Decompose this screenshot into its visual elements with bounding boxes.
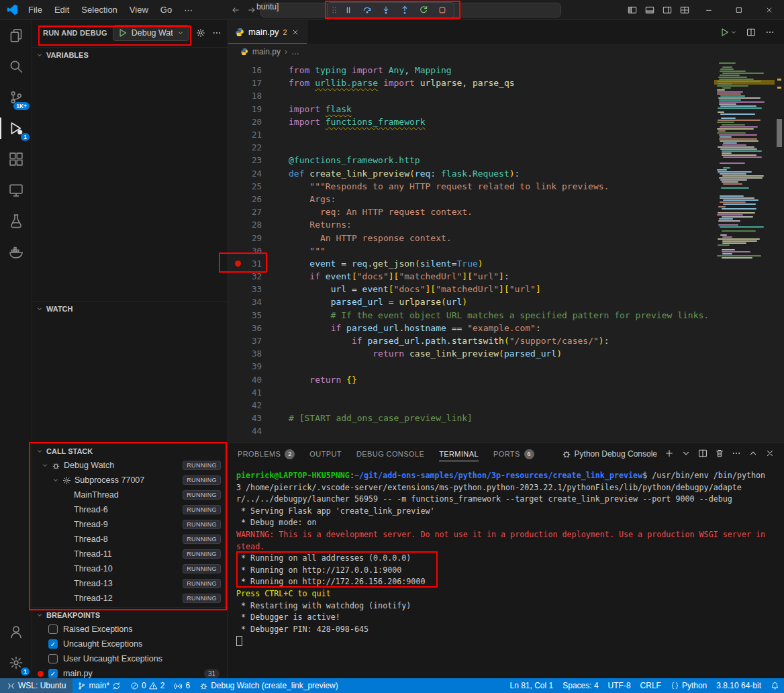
breakpoint-checkbox[interactable] [48, 669, 58, 678]
debug-pause-button[interactable] [339, 3, 358, 17]
breakpoint-item[interactable]: Uncaught Exceptions [32, 637, 228, 651]
code-line[interactable]: 19import flask [228, 103, 784, 116]
panel-tab-ports[interactable]: PORTS6 [493, 443, 534, 465]
code-line[interactable]: 41 [228, 386, 784, 399]
breakpoint-checkbox[interactable] [48, 654, 58, 663]
gutter[interactable]: 33 [228, 284, 274, 294]
grip-icon[interactable] [330, 5, 339, 15]
code-line[interactable]: 44 [228, 424, 784, 437]
code-line[interactable]: 35 # If the event object URL matches a s… [228, 309, 784, 322]
gutter[interactable]: 30 [228, 246, 274, 256]
new-terminal-button[interactable] [665, 449, 674, 460]
gutter[interactable]: 41 [228, 387, 274, 398]
breakpoint-icon[interactable] [232, 261, 243, 267]
gutter[interactable]: 32 [228, 271, 274, 281]
gutter[interactable]: 39 [228, 361, 274, 371]
code-line[interactable]: 39 [228, 360, 784, 373]
gutter[interactable]: 36 [228, 323, 274, 333]
breakpoint-checkbox[interactable] [48, 639, 58, 649]
status-indentation[interactable]: Spaces: 4 [558, 678, 603, 693]
activity-source-control[interactable]: 1K+ [0, 82, 32, 113]
code-line[interactable]: 43# [START add_ons_case_preview_link] [228, 412, 784, 424]
maximize-panel-button[interactable] [748, 449, 758, 460]
gutter[interactable]: 22 [228, 142, 274, 152]
code-line[interactable]: 36 if parsed_url.hostname == "example.co… [228, 322, 784, 334]
code-line[interactable]: 24def create_link_preview(req: flask.Req… [228, 167, 784, 180]
gutter[interactable]: 40 [228, 375, 274, 385]
menu-view[interactable]: View [124, 0, 154, 20]
maximize-button[interactable] [724, 0, 754, 20]
code-line[interactable]: 30 """ [228, 244, 784, 257]
code-line[interactable]: 40 return {} [228, 373, 784, 386]
activity-accounts[interactable] [0, 616, 32, 647]
callstack-item[interactable]: Subprocess 77007RUNNING [32, 473, 228, 488]
gutter[interactable]: 25 [228, 181, 274, 191]
activity-search[interactable] [0, 51, 32, 82]
menu-file[interactable]: File [22, 0, 48, 20]
code-line[interactable]: 17from urllib.parse import urlparse, par… [228, 77, 784, 89]
toggle-primary-sidebar-button[interactable] [624, 0, 641, 20]
panel-tab-terminal[interactable]: TERMINAL [439, 443, 479, 465]
callstack-item[interactable]: Thread-9RUNNING [32, 517, 228, 532]
callstack-item[interactable]: Thread-12RUNNING [32, 591, 228, 606]
panel-more-actions-button[interactable] [732, 449, 741, 460]
minimize-button[interactable] [693, 0, 724, 20]
arrow-right-icon[interactable] [247, 5, 256, 15]
activity-remote-explorer[interactable] [0, 175, 32, 205]
status-python-interpreter[interactable]: 3.8.10 64-bit [712, 678, 766, 693]
callstack-item[interactable]: Thread-8RUNNING [32, 532, 228, 547]
gutter[interactable]: 18 [228, 91, 274, 101]
code-line[interactable]: 32 if event["docs"]["matchedUrl"]["url"]… [228, 270, 784, 283]
code-line[interactable]: 28 Returns: [228, 218, 784, 231]
gutter[interactable]: 24 [228, 169, 274, 179]
debug-restart-button[interactable] [414, 3, 433, 17]
gutter[interactable]: 20 [228, 117, 274, 127]
code-line[interactable]: 27 req: An HTTP request context. [228, 205, 784, 218]
code-line[interactable]: 42 [228, 399, 784, 412]
breakpoint-checkbox[interactable] [48, 625, 58, 634]
gutter[interactable]: 17 [228, 78, 274, 88]
callstack-item[interactable]: Thread-10RUNNING [32, 561, 228, 576]
code-line[interactable]: 23@functions_framework.http [228, 154, 784, 167]
code-line[interactable]: 20import functions_framework [228, 116, 784, 128]
panel-tab-output[interactable]: OUTPUT [309, 443, 342, 465]
status-cursor-position[interactable]: Ln 81, Col 1 [505, 678, 558, 693]
split-editor-button[interactable] [746, 28, 756, 37]
callstack-item[interactable]: Thread-6RUNNING [32, 502, 228, 517]
activity-testing[interactable] [0, 205, 32, 236]
gutter[interactable]: 34 [228, 297, 274, 307]
split-terminal-button[interactable] [698, 449, 707, 460]
minimap[interactable] [714, 60, 775, 442]
code-line[interactable]: 16from typing import Any, Mapping [228, 64, 784, 77]
debug-step-out-button[interactable] [395, 3, 414, 17]
sidebar-more-button[interactable] [212, 28, 222, 38]
panel-tab-debug-console[interactable]: DEBUG CONSOLE [356, 443, 424, 465]
status-forwarded-ports[interactable]: 6 [169, 678, 195, 693]
breadcrumb-symbol[interactable]: … [291, 47, 299, 56]
section-header-watch[interactable]: WATCH [32, 301, 228, 316]
run-python-file-button[interactable] [720, 28, 737, 37]
gutter[interactable]: 27 [228, 207, 274, 217]
configure-launch-button[interactable] [196, 28, 205, 38]
breakpoint-item[interactable]: Raised Exceptions [32, 622, 228, 637]
code-line[interactable]: 25 """Responds to any HTTP request relat… [228, 180, 784, 193]
customize-layout-button[interactable] [676, 0, 693, 20]
callstack-item[interactable]: Debug WatchRUNNING [32, 458, 228, 473]
activity-settings[interactable]: 1 [0, 647, 32, 678]
activity-docker[interactable] [0, 236, 32, 267]
callstack-item[interactable]: MainThreadRUNNING [32, 488, 228, 502]
gutter[interactable]: 16 [228, 65, 274, 75]
callstack-item[interactable]: Thread-13RUNNING [32, 576, 228, 591]
code-line[interactable]: 26 Args: [228, 193, 784, 205]
close-window-button[interactable] [754, 0, 784, 20]
menu-edit[interactable]: Edit [48, 0, 75, 20]
status-problems[interactable]: 02 [126, 678, 169, 693]
gutter[interactable]: 31 [228, 259, 274, 269]
toggle-secondary-sidebar-button[interactable] [658, 0, 676, 20]
gutter[interactable]: 26 [228, 194, 274, 204]
code-line[interactable]: 21 [228, 128, 784, 141]
code-editor[interactable]: 16from typing import Any, Mapping17from … [228, 60, 784, 442]
gutter[interactable]: 21 [228, 130, 274, 140]
status-remote-indicator[interactable]: WSL: Ubuntu [0, 678, 72, 693]
code-line[interactable]: 22 [228, 141, 784, 154]
